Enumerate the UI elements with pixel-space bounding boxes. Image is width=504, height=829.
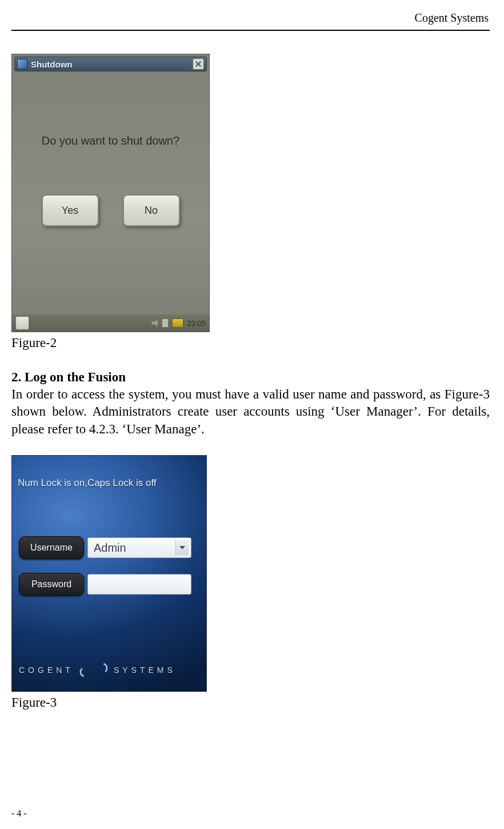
brand-logo-icon [79, 663, 108, 677]
password-field[interactable] [87, 574, 191, 595]
username-value: Admin [94, 541, 126, 555]
username-dropdown-button[interactable] [175, 540, 189, 555]
shutdown-dialog-titlebar: Shutdown [14, 57, 207, 71]
battery-icon[interactable] [172, 318, 183, 328]
clock-text: 23:05 [187, 319, 206, 328]
system-tray: 23:05 [151, 318, 206, 328]
lock-status-text: Num Lock is on,Caps Lock is off [18, 477, 201, 489]
page-header-org: Cogent Systems [11, 11, 490, 26]
figure-2-caption: Figure-2 [11, 332, 490, 350]
figure-3-screenshot: Num Lock is on,Caps Lock is off Username… [11, 455, 207, 692]
yes-button[interactable]: Yes [42, 194, 99, 226]
figure-2-screenshot: Shutdown Do you want to shut down? Yes N… [11, 54, 210, 332]
volume-icon[interactable] [151, 319, 158, 327]
shutdown-icon [17, 59, 27, 69]
password-row: Password [19, 572, 191, 596]
close-icon[interactable] [193, 58, 204, 70]
taskbar: 23:05 [12, 314, 209, 332]
no-button[interactable]: No [123, 194, 180, 226]
page-number: - 4 - [11, 808, 27, 819]
password-label: Password [19, 573, 84, 596]
tray-icon[interactable] [162, 318, 169, 328]
shutdown-dialog-title: Shutdown [31, 59, 193, 69]
figure-3-caption: Figure-3 [11, 692, 490, 710]
brand-right: SYSTEMS [114, 665, 176, 675]
username-field[interactable]: Admin [87, 537, 191, 558]
username-label: Username [19, 536, 84, 559]
brand-left: COGENT [19, 665, 74, 675]
section-heading: 2. Log on the Fusion [11, 370, 490, 386]
brand-bar: COGENT SYSTEMS [12, 658, 206, 682]
shutdown-prompt-text: Do you want to shut down? [12, 134, 209, 148]
start-button[interactable] [15, 316, 29, 330]
section-paragraph: In order to access the system, you must … [11, 386, 490, 438]
username-row: Username Admin [19, 536, 191, 560]
